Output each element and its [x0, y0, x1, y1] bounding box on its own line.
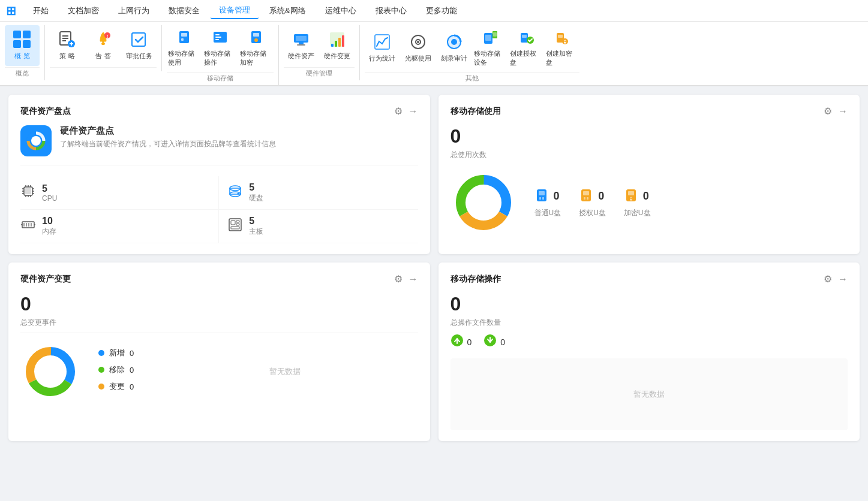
hw-change-bottom: 新增 0 移除 0 变更 0 暂无数据: [20, 342, 418, 403]
usb-stat-enc: 0 加密U盘: [624, 187, 651, 218]
cpu-label: CPU: [42, 194, 57, 203]
hw-change-header: 硬件资产变更: [20, 273, 418, 285]
create-enc-label: 创建加密盘: [546, 49, 578, 67]
ribbon-item-record-audit[interactable]: 刻录审计: [437, 25, 471, 71]
ribbon-group-other: 行为统计 光驱使用: [360, 25, 584, 85]
create-enc-icon: [552, 28, 572, 47]
memory-stat-info: 10 内存: [42, 216, 56, 237]
svg-rect-35: [342, 35, 344, 47]
svg-point-42: [451, 39, 457, 45]
menu-item-doc-encrypt[interactable]: 文档加密: [59, 3, 107, 19]
other-group-label: 其他: [365, 72, 579, 85]
hw-stat-memory: 10 内存: [20, 210, 219, 243]
menu-item-ops-center[interactable]: 运维中心: [317, 3, 365, 19]
ribbon-item-overview[interactable]: 概 览: [5, 25, 40, 66]
alert-icon: !: [94, 30, 113, 49]
download-arrow-icon: [483, 334, 497, 350]
menu-item-report-center[interactable]: 报表中心: [367, 3, 415, 19]
mobile-storage-op-settings-btn[interactable]: [824, 273, 832, 285]
svg-point-55: [31, 136, 41, 146]
hw-change-divider: [20, 333, 418, 333]
mobile-storage-use-total-count: 0: [450, 125, 848, 147]
svg-rect-77: [28, 223, 29, 227]
ribbon-item-create-enc[interactable]: 创建加密盘: [545, 25, 579, 71]
svg-rect-11: [102, 41, 104, 43]
menu-item-device-mgmt[interactable]: 设备管理: [211, 2, 259, 19]
ribbon-item-disc-use[interactable]: 光驱使用: [401, 25, 435, 71]
approve-label: 审批任务: [126, 52, 152, 61]
hw-change-donut: [20, 342, 80, 403]
mobile-storage-use-actions: [824, 105, 848, 117]
hw-change-settings-btn[interactable]: [394, 273, 403, 285]
svg-rect-93: [542, 197, 544, 200]
mobile-storage-use-settings-btn[interactable]: [824, 105, 832, 117]
hw-stat-cpu: 5 CPU: [20, 176, 219, 210]
ribbon-item-alert[interactable]: ! 告 答: [86, 25, 121, 66]
auth-usb-label: 授权U盘: [579, 208, 606, 218]
hw-inventory-card: 硬件资产盘点 硬件资产盘点 了解终端当前硬件资产情况，可进入详情页面按品牌: [8, 95, 430, 254]
normal-usb-label: 普通U盘: [534, 208, 561, 218]
hw-inventory-header: 硬件资产盘点: [20, 105, 418, 117]
behavior-stat-icon: [373, 32, 392, 52]
record-audit-icon: [444, 32, 464, 52]
hw-asset-icon: [292, 30, 311, 49]
ribbon-item-mobile-enc[interactable]: 移动存储加密: [239, 25, 274, 71]
mobile-use-icon: [175, 28, 194, 47]
legend-label-remove: 移除: [109, 364, 125, 375]
svg-point-89: [467, 186, 500, 219]
motherboard-label: 主板: [249, 227, 263, 237]
overview-label: 概 览: [14, 52, 29, 61]
hw-change-legend: 新增 0 移除 0 变更 0: [98, 348, 134, 392]
hw-change-label: 硬件变更: [324, 52, 350, 61]
hw-change-total-count: 0: [20, 293, 418, 315]
ribbon-item-create-auth[interactable]: 创建授权盘: [509, 25, 543, 71]
hw-inventory-goto-btn[interactable]: [409, 106, 418, 117]
ribbon-item-hw-change[interactable]: 硬件变更: [320, 25, 355, 66]
svg-rect-34: [338, 38, 341, 47]
mobile-storage-op-total-label: 总操作文件数量: [450, 318, 848, 328]
ribbon-item-mobile-use[interactable]: 移动存储使用: [167, 25, 202, 71]
hw-change-total-label: 总变更事件: [20, 318, 418, 328]
record-audit-label: 刻录审计: [441, 54, 467, 63]
download-count: 0: [500, 337, 505, 347]
alert-label: 告 答: [95, 52, 110, 61]
svg-rect-84: [236, 224, 239, 225]
ribbon-item-mobile-device[interactable]: 移动存储设备: [473, 25, 507, 71]
menu-item-sys-network[interactable]: 系统&网络: [261, 3, 314, 19]
svg-rect-15: [132, 33, 145, 46]
mobile-use-label: 移动存储使用: [168, 49, 200, 67]
hw-inventory-intro: 硬件资产盘点 了解终端当前硬件资产情况，可进入详情页面按品牌等查看统计信息: [20, 125, 418, 165]
usb-stat-auth: 0 授权U盘: [579, 187, 606, 218]
svg-rect-76: [26, 223, 27, 227]
svg-rect-57: [25, 188, 31, 194]
ribbon-item-behavior-stat[interactable]: 行为统计: [365, 25, 400, 71]
svg-rect-91: [539, 191, 545, 195]
legend-item-remove: 移除 0: [98, 364, 134, 375]
ribbon-item-hw-asset[interactable]: 硬件资产: [284, 25, 319, 66]
menu-item-more[interactable]: 更多功能: [418, 3, 465, 19]
ribbon-item-approve[interactable]: 审批任务: [122, 25, 157, 66]
ribbon-item-policy[interactable]: 策 略: [50, 25, 85, 66]
svg-rect-92: [539, 197, 541, 200]
mobile-storage-op-goto-btn[interactable]: [838, 274, 848, 285]
hw-inventory-settings-btn[interactable]: [394, 105, 403, 117]
cpu-num: 5: [42, 183, 57, 194]
menu-item-data-security[interactable]: 数据安全: [160, 3, 208, 19]
mobile-storage-use-goto-btn[interactable]: [838, 106, 848, 117]
overview-icon: [13, 30, 32, 49]
ribbon-item-mobile-op[interactable]: 移动存储操作: [203, 25, 238, 71]
main-content: 硬件资产盘点 硬件资产盘点 了解终端当前硬件资产情况，可进入详情页面按品牌: [0, 86, 868, 449]
menu-item-net-behavior[interactable]: 上网行为: [110, 3, 158, 19]
svg-point-12: [101, 43, 105, 45]
auth-usb-icon: [579, 187, 593, 206]
menu-item-home[interactable]: 开始: [25, 3, 57, 19]
legend-item-change: 变更 0: [98, 381, 134, 392]
svg-rect-22: [215, 39, 219, 40]
ribbon-group-mobile-storage: 移动存储使用 移动存储操作: [162, 25, 279, 85]
mobile-enc-label: 移动存储加密: [240, 49, 272, 67]
mobile-device-label: 移动存储设备: [474, 49, 506, 67]
mobile-storage-op-title: 移动存储操作: [450, 274, 501, 285]
hw-change-goto-btn[interactable]: [409, 274, 418, 285]
legend-num-change: 0: [130, 382, 134, 391]
upload-count: 0: [467, 337, 472, 347]
